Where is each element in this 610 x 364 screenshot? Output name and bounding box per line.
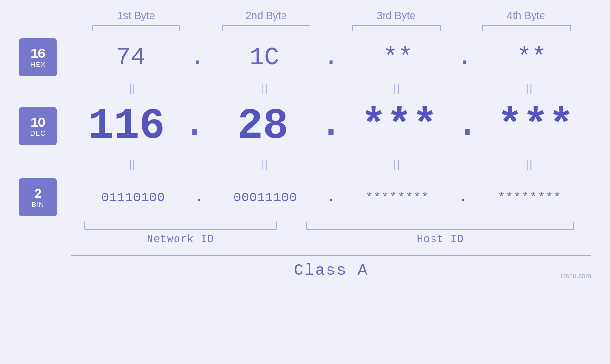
dec-b3: *** xyxy=(361,102,438,150)
hex-b4: ** xyxy=(517,44,546,72)
bin-b4: ******** xyxy=(497,190,561,205)
hex-dot2: . xyxy=(324,44,338,72)
hex-b3: ** xyxy=(383,44,413,72)
bin-badge: 2 BIN xyxy=(19,178,57,216)
byte2-header: 2nd Byte xyxy=(201,9,331,25)
byte1-header: 1st Byte xyxy=(71,9,201,25)
byte4-header: 4th Byte xyxy=(461,9,591,25)
eq2: || xyxy=(204,82,327,94)
class-label: Class A xyxy=(294,261,368,280)
main-container: 1st Byte 2nd Byte 3rd Byte 4th Byte 16 H… xyxy=(0,0,610,364)
eq8: || xyxy=(468,158,591,170)
dec-b2: 28 xyxy=(237,102,289,150)
bin-b3: ******** xyxy=(365,190,429,205)
hex-dot1: . xyxy=(190,44,205,72)
dec-badge: 10 DEC xyxy=(19,107,57,145)
byte3-header: 3rd Byte xyxy=(331,9,461,25)
dec-dot1: . xyxy=(182,100,207,153)
hex-b2: 1C xyxy=(250,44,279,72)
network-id-label: Network ID xyxy=(147,233,214,245)
watermark: ipshu.com xyxy=(561,272,591,280)
dec-b1: 116 xyxy=(88,102,165,150)
dec-dot2: . xyxy=(318,100,344,153)
bin-b1: 01110100 xyxy=(101,190,165,205)
hex-b1: 74 xyxy=(116,44,145,72)
eq6: || xyxy=(204,158,327,170)
bin-dot3: . xyxy=(459,189,468,205)
bin-dot1: . xyxy=(195,189,203,205)
eq5: || xyxy=(71,158,194,170)
dec-b4: *** xyxy=(497,102,574,150)
dec-dot3: . xyxy=(455,100,480,153)
eq1: || xyxy=(71,82,194,94)
bin-b2: 00011100 xyxy=(233,190,297,205)
eq4: || xyxy=(468,82,591,94)
eq3: || xyxy=(336,82,459,94)
hex-dot3: . xyxy=(457,44,472,72)
host-id-label: Host ID xyxy=(417,233,464,245)
hex-badge: 16 HEX xyxy=(19,38,57,76)
bin-dot2: . xyxy=(327,189,335,205)
eq7: || xyxy=(336,158,459,170)
class-section: Class A ipshu.com xyxy=(71,255,591,280)
